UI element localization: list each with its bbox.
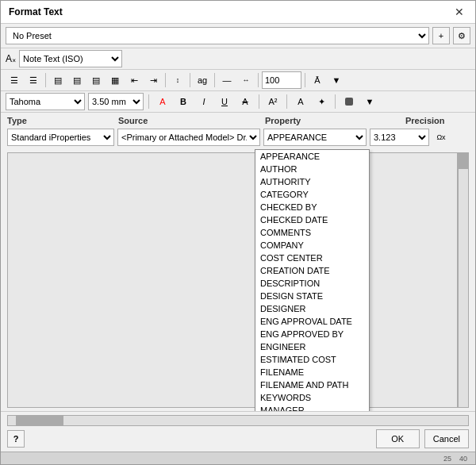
line-spacing-icon: ↕ [176,76,180,84]
size-select[interactable]: 3.50 mm [88,93,144,110]
gear-button[interactable]: ⚙ [453,27,470,44]
overline-button[interactable]: Ā [309,71,326,89]
dropdown-item[interactable]: KEYWORDS [255,391,369,404]
cancel-button[interactable]: Cancel [424,429,469,448]
dot-button[interactable] [340,93,358,110]
text-color-icon: A [159,97,165,106]
align-left-icon: ▤ [54,75,62,86]
superscript-button[interactable]: A² [264,93,282,110]
dropdown-item[interactable]: FILENAME [255,366,369,379]
bold-button[interactable]: B [175,93,192,110]
ag-icon: ag [198,75,207,85]
scrollbar-horizontal[interactable] [7,415,469,426]
scroll-thumb-right[interactable] [459,153,468,169]
chevron-down-icon-2: ▼ [366,97,374,106]
dropdown-item[interactable]: COMPANY [255,239,369,252]
dropdown-item[interactable]: ESTIMATED COST [255,353,369,366]
dash-icon: — [223,75,232,85]
strikethrough-button[interactable]: A [236,93,254,110]
close-button[interactable]: ✕ [451,6,467,18]
add-preset-button[interactable]: + [432,27,450,44]
dropdown-item[interactable]: COST CENTER [255,252,369,264]
overline-icon: Ā [314,75,320,85]
dropdown-item[interactable]: DESIGNER [255,302,369,315]
underline-icon: U [221,97,228,106]
align-center-button[interactable]: ▤ [68,71,86,89]
dropdown-item[interactable]: MANAGER [255,404,369,411]
dash-button[interactable]: — [218,71,236,89]
ruler-mark-1: 25 [443,455,451,463]
type-label: Type [7,116,118,125]
source-select[interactable]: <Primary or Attached Model> Dr... [117,129,260,146]
line-spacing-button[interactable]: ↕ [169,71,186,89]
dropdown-item[interactable]: AUTHOR [255,163,369,175]
bottom-controls: ? OK Cancel [7,429,469,448]
preset-bar: No Preset + ⚙ [1,24,475,48]
property-select[interactable]: APPEARANCE [263,129,367,146]
bottom-area: ? OK Cancel [1,411,475,452]
align-right-button[interactable]: ▤ [87,71,105,89]
dropdown-item[interactable]: CHECKED BY [255,201,369,213]
ag-button[interactable]: ag [194,71,211,89]
font-sep-3 [286,94,287,109]
dropdown-item[interactable]: ENG APPROVAL DATE [255,315,369,328]
precision-icon: Ωx [436,133,445,141]
strikethrough-icon: A [242,97,248,106]
note-style-select[interactable]: Note Text (ISO) [19,50,122,67]
ok-button[interactable]: OK [376,429,420,448]
dropdown-item[interactable]: FILENAME AND PATH [255,379,369,391]
format-a-button[interactable]: A [292,93,309,110]
type-select[interactable]: Standard iProperties [7,129,114,146]
precision-extra-button[interactable]: Ωx [432,129,450,146]
dropdown-item[interactable]: CATEGORY [255,188,369,201]
property-dropdown[interactable]: APPEARANCEAUTHORAUTHORITYCATEGORYCHECKED… [255,149,370,411]
italic-button[interactable]: I [195,93,213,110]
dialog-title: Format Text [9,6,63,17]
sparkle-button[interactable]: ✦ [313,93,330,110]
align-center-icon: ▤ [73,75,81,86]
main-area: APPEARANCEAUTHORAUTHORITYCATEGORYCHECKED… [1,149,475,411]
format-text-dialog: Format Text ✕ No Preset + ⚙ Aₓ Note Text… [0,0,476,465]
dropdown-item[interactable]: ENG APPROVED BY [255,328,369,340]
note-style-icon: Aₓ [6,53,16,64]
scroll-thumb-h[interactable] [16,416,63,425]
underline-button[interactable]: U [216,93,233,110]
help-button[interactable]: ? [7,430,25,448]
dropdown-item[interactable]: APPEARANCE [255,150,369,163]
dropdown-item[interactable]: CREATION DATE [255,264,369,277]
list-style-1-button[interactable]: ☰ [6,71,23,89]
separator-6 [305,73,305,87]
list-style-2-button[interactable]: ☰ [25,71,42,89]
dropdown-item[interactable]: DESIGN STATE [255,290,369,302]
precision-select[interactable]: 3.123 [370,129,429,146]
dropdown-item[interactable]: AUTHORITY [255,175,369,188]
text-color-button[interactable]: A [154,93,171,110]
increase-indent-button[interactable]: ⇥ [144,71,162,89]
dropdown-item[interactable]: ENGINEER [255,340,369,353]
align-left-button[interactable]: ▤ [49,71,67,89]
font-row: Tahoma 3.50 mm A B I U A A² A ✦ [1,91,475,113]
separator-4 [214,73,215,87]
separator-3 [190,73,190,87]
preset-select[interactable]: No Preset [6,27,429,44]
sparkle-icon: ✦ [318,97,325,107]
labels-row: Type Source Property Precision [1,113,475,129]
source-label: Source [118,116,265,125]
dropdown-arrow-button[interactable]: ▼ [328,71,345,89]
dropdown-item[interactable]: CHECKED DATE [255,213,369,226]
decrease-indent-button[interactable]: ⇤ [125,71,143,89]
more-button[interactable]: ▼ [361,93,378,110]
height-input[interactable] [262,71,301,89]
char-spacing-icon: ↔ [243,76,250,84]
char-spacing-button[interactable]: ↔ [237,71,255,89]
font-sep-4 [335,94,336,109]
scrollbar-right[interactable] [458,152,469,408]
dropdown-item[interactable]: COMMENTS [255,226,369,239]
separator-2 [165,73,166,87]
dot-icon [345,98,353,106]
align-justify-button[interactable]: ▦ [106,71,124,89]
font-select[interactable]: Tahoma [6,93,85,110]
dropdown-item[interactable]: DESCRIPTION [255,277,369,290]
text-editor[interactable] [7,152,458,408]
controls-row: Standard iProperties <Primary or Attache… [1,129,475,149]
